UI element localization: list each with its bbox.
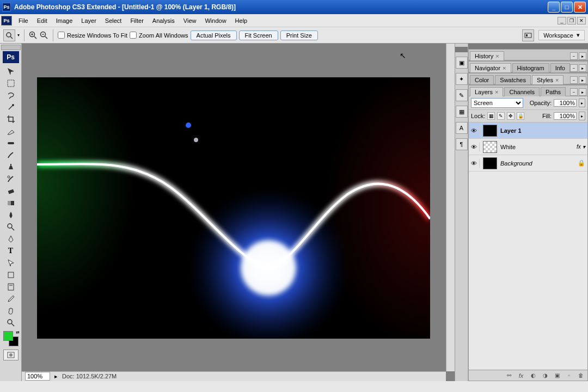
visibility-eye-icon[interactable]: 👁 — [471, 143, 480, 151]
menu-edit[interactable]: Edit — [33, 15, 52, 26]
blur-tool[interactable] — [3, 209, 19, 221]
menu-analysis[interactable]: Analysis — [148, 15, 179, 26]
menu-view[interactable]: View — [179, 15, 201, 26]
doc-close-button[interactable]: ✕ — [577, 17, 586, 24]
foreground-background-swatch[interactable]: ⇄ — [3, 331, 19, 346]
dock-icon-1[interactable]: ▣ — [456, 57, 468, 69]
slice-tool[interactable] — [3, 125, 19, 137]
brush-tool[interactable] — [3, 149, 19, 161]
resize-windows-checkbox[interactable]: Resize Windows To Fit — [58, 32, 127, 39]
layer-row[interactable]: 👁 Background 🔒 — [469, 155, 587, 171]
layer-thumbnail[interactable] — [483, 125, 497, 137]
minimize-button[interactable]: _ — [548, 2, 560, 13]
shape-tool[interactable] — [3, 269, 19, 281]
lasso-tool[interactable] — [3, 89, 19, 101]
dock-icon-2[interactable]: ✦ — [456, 73, 468, 85]
toolbox-handle[interactable] — [1, 45, 21, 50]
ps-menu-icon[interactable]: Ps — [1, 16, 12, 26]
tool-preset-dropdown-icon[interactable]: ▾ — [17, 33, 20, 38]
workspace-dropdown[interactable]: Workspace ▾ — [538, 30, 585, 40]
fill-field[interactable] — [554, 112, 577, 120]
layer-thumbnail[interactable] — [483, 157, 497, 169]
opacity-field[interactable] — [554, 99, 577, 107]
layer-row[interactable]: 👁 Layer 1 — [469, 122, 587, 139]
layer-name[interactable]: Layer 1 — [500, 127, 522, 134]
tab-paths[interactable]: Paths — [541, 87, 566, 96]
lock-position-icon[interactable]: ✥ — [507, 112, 514, 120]
dock-icon-character[interactable]: A — [456, 122, 468, 134]
notes-tool[interactable] — [3, 281, 19, 293]
canvas[interactable] — [37, 77, 430, 339]
dock-handle[interactable] — [455, 47, 468, 52]
magic-wand-tool[interactable] — [3, 101, 19, 113]
zoom-all-checkbox[interactable]: Zoom All Windows — [130, 32, 188, 39]
maximize-button[interactable]: □ — [561, 2, 573, 13]
panel-menu-icon[interactable]: ▸ — [579, 64, 586, 72]
menu-image[interactable]: Image — [52, 15, 77, 26]
close-button[interactable]: ✕ — [574, 2, 586, 13]
group-icon[interactable]: ▣ — [553, 372, 561, 379]
dock-icon-paragraph[interactable]: ¶ — [456, 138, 468, 150]
hand-tool[interactable] — [3, 305, 19, 317]
blend-mode-select[interactable]: Screen — [471, 98, 523, 108]
tab-layers[interactable]: Layers× — [470, 87, 503, 96]
type-tool[interactable]: T — [3, 245, 19, 257]
lock-all-icon[interactable]: 🔒 — [517, 112, 524, 120]
eraser-tool[interactable] — [3, 185, 19, 197]
horizontal-scrollbar[interactable]: ▸ Doc: 1012.5K/2.27M — [22, 371, 446, 381]
close-icon[interactable]: × — [503, 65, 506, 71]
panel-collapse-icon[interactable]: − — [570, 88, 578, 96]
dodge-tool[interactable] — [3, 221, 19, 233]
fit-screen-button[interactable]: Fit Screen — [239, 30, 278, 40]
tab-styles[interactable]: Styles× — [532, 75, 564, 84]
visibility-eye-icon[interactable]: 👁 — [471, 159, 480, 168]
marquee-tool[interactable] — [3, 77, 19, 89]
new-layer-icon[interactable]: ▫ — [565, 372, 573, 379]
zoom-level-field[interactable] — [25, 372, 50, 381]
close-icon[interactable]: × — [495, 89, 498, 95]
print-size-button[interactable]: Print Size — [280, 30, 318, 40]
path-selection-tool[interactable] — [3, 257, 19, 269]
tab-history[interactable]: History× — [470, 51, 504, 60]
panel-menu-icon[interactable]: ▸ — [579, 88, 586, 96]
fill-flyout-icon[interactable]: ▸ — [579, 112, 585, 120]
menu-window[interactable]: Window — [200, 15, 230, 26]
tab-color[interactable]: Color — [470, 75, 494, 84]
foreground-color-swatch[interactable] — [3, 331, 13, 341]
swap-colors-icon[interactable]: ⇄ — [16, 330, 20, 335]
zoom-in-icon[interactable] — [29, 31, 38, 40]
layer-name[interactable]: Background — [500, 160, 532, 167]
gradient-tool[interactable] — [3, 197, 19, 209]
dock-icon-brushes[interactable]: ✎ — [456, 89, 468, 101]
panels-handle[interactable] — [468, 44, 588, 49]
visibility-eye-icon[interactable]: 👁 — [471, 126, 480, 135]
actual-pixels-button[interactable]: Actual Pixels — [191, 30, 237, 40]
panel-menu-icon[interactable]: ▸ — [579, 76, 586, 84]
tab-histogram[interactable]: Histogram — [512, 63, 549, 72]
history-brush-tool[interactable] — [3, 173, 19, 185]
doc-minimize-button[interactable]: _ — [558, 17, 566, 24]
move-tool[interactable] — [3, 65, 19, 77]
fx-badge-icon[interactable]: fx ▾ — [577, 143, 585, 151]
trash-icon[interactable]: 🗑 — [577, 372, 585, 379]
menu-layer[interactable]: Layer — [77, 15, 101, 26]
layer-thumbnail[interactable] — [483, 141, 497, 153]
zoom-tool[interactable] — [3, 317, 19, 329]
pen-tool[interactable] — [3, 233, 19, 245]
mask-icon[interactable]: ◐ — [529, 372, 537, 379]
panel-collapse-icon[interactable]: − — [570, 76, 578, 84]
link-layers-icon[interactable]: ⚯ — [505, 372, 513, 379]
clone-stamp-tool[interactable] — [3, 161, 19, 173]
panel-collapse-icon[interactable]: − — [570, 64, 578, 72]
close-icon[interactable]: × — [555, 77, 559, 83]
panel-menu-icon[interactable]: ▸ — [579, 52, 586, 60]
layer-name[interactable]: White — [500, 144, 516, 150]
vertical-scrollbar[interactable] — [446, 44, 455, 371]
layer-row[interactable]: 👁 White fx ▾ — [469, 139, 587, 155]
current-tool-icon[interactable] — [3, 29, 15, 41]
crop-tool[interactable] — [3, 113, 19, 125]
doc-size-icon[interactable]: ▸ — [54, 373, 58, 380]
eyedropper-tool[interactable] — [3, 293, 19, 305]
zoom-out-icon[interactable] — [40, 31, 48, 40]
dock-icon-clone[interactable]: ▦ — [456, 106, 468, 118]
